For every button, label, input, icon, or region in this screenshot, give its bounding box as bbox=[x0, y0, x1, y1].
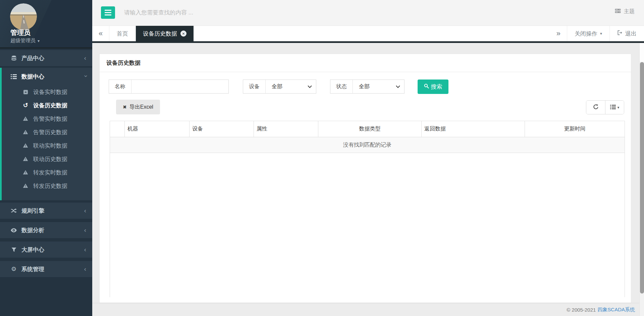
device-select-value: 全部 bbox=[266, 80, 308, 93]
warning-icon bbox=[22, 129, 29, 135]
sidebar-section-data-center: 数据中心 ‹ 设备实时数据 ↺ 设备历史数据 bbox=[0, 68, 92, 200]
theme-button[interactable]: 主题 bbox=[615, 8, 635, 15]
sidebar-item-label: 大屏中心 bbox=[21, 246, 44, 254]
user-name: 管理员 bbox=[10, 28, 31, 37]
sidebar-subitem-device-realtime[interactable]: 设备实时数据 bbox=[2, 85, 92, 99]
caret-down-icon: ▾ bbox=[618, 105, 620, 110]
header-device[interactable]: 设备 bbox=[190, 121, 254, 137]
sidebar-item-label: 产品中心 bbox=[21, 54, 44, 62]
user-panel: 管理员 超级管理员▾ bbox=[0, 0, 92, 49]
sidebar-item-rule-engine[interactable]: 规则引擎 ‹ bbox=[0, 203, 92, 219]
status-select[interactable]: 状态 全部 bbox=[330, 80, 405, 94]
sidebar-subitem-forward-history[interactable]: 转发历史数据 bbox=[2, 179, 92, 193]
columns-button[interactable]: ▾ bbox=[605, 101, 624, 114]
name-input[interactable] bbox=[131, 80, 228, 93]
sidebar-item-label: 数据分析 bbox=[21, 226, 44, 234]
sidebar-item-label: 规则引擎 bbox=[21, 207, 44, 215]
tab-label: 设备历史数据 bbox=[143, 30, 177, 38]
content: 设备历史数据 名称 设备 全部 状态 全部 bbox=[92, 43, 644, 316]
chevron-down-icon: ‹ bbox=[82, 75, 89, 77]
device-label: 设备 bbox=[243, 80, 266, 93]
table-tools-group: ▾ bbox=[586, 100, 624, 114]
filter-icon bbox=[10, 247, 17, 252]
user-role-label: 超级管理员 bbox=[10, 38, 36, 43]
table-body-area bbox=[110, 153, 625, 297]
chevron-left-icon: ‹ bbox=[84, 207, 86, 214]
scrollbar-track bbox=[640, 43, 644, 62]
header-update-time[interactable]: 更新时间 bbox=[525, 121, 625, 137]
times-icon: ✖ bbox=[123, 104, 127, 110]
tabs-scroll-right-button[interactable]: » bbox=[550, 26, 567, 41]
export-excel-button[interactable]: ✖ 导出Excel bbox=[116, 100, 160, 114]
search-button[interactable]: 搜索 bbox=[418, 80, 448, 94]
sidebar-item-product-center[interactable]: 产品中心 ‹ bbox=[0, 50, 92, 66]
list-columns-icon bbox=[610, 105, 616, 110]
tab-home[interactable]: 首页 bbox=[109, 26, 136, 41]
chevron-left-icon: ‹ bbox=[84, 54, 86, 62]
theme-label: 主题 bbox=[624, 8, 635, 15]
avatar[interactable] bbox=[10, 3, 37, 30]
global-search-input[interactable] bbox=[124, 6, 426, 19]
status-select-value: 全部 bbox=[353, 80, 396, 93]
sidebar-subitem-alarm-history[interactable]: 告警历史数据 bbox=[2, 125, 92, 139]
hamburger-button[interactable] bbox=[101, 6, 115, 19]
scrollbar-thumb[interactable] bbox=[640, 62, 644, 294]
header-data-type[interactable]: 数据类型 bbox=[318, 121, 422, 137]
sidebar-item-bigscreen-center[interactable]: 大屏中心 ‹ bbox=[0, 242, 92, 258]
refresh-icon bbox=[593, 104, 599, 111]
shuffle-icon bbox=[10, 208, 17, 213]
tab-device-history[interactable]: 设备历史数据 ✕ bbox=[136, 26, 194, 41]
avatar-road-photo bbox=[10, 3, 37, 30]
tabbar-right: » 关闭操作 ▾ 退出 bbox=[550, 26, 644, 41]
table-header-row: 机器 设备 属性 数据类型 返回数据 更新时间 bbox=[110, 121, 625, 137]
chevron-left-icon: ‹ bbox=[84, 226, 86, 234]
sidebar-item-label: 系统管理 bbox=[21, 265, 44, 273]
search-icon bbox=[424, 84, 429, 90]
footer-brand-link[interactable]: 四象SCADA系统 bbox=[597, 307, 635, 313]
header-attribute[interactable]: 属性 bbox=[254, 121, 318, 137]
page: 主题 « 首页 设备历史数据 ✕ » 关闭操作 ▾ 退出 bbox=[92, 0, 644, 316]
tab-label: 首页 bbox=[117, 30, 128, 38]
server-icon bbox=[615, 8, 621, 15]
empty-row-message: 没有找到匹配的记录 bbox=[110, 137, 625, 153]
user-role-dropdown[interactable]: 超级管理员▾ bbox=[10, 38, 40, 44]
close-operations-button[interactable]: 关闭操作 ▾ bbox=[567, 26, 609, 41]
sidebar-subitem-device-history[interactable]: ↺ 设备历史数据 bbox=[2, 99, 92, 112]
header-return-data[interactable]: 返回数据 bbox=[422, 121, 525, 137]
name-label: 名称 bbox=[109, 80, 131, 93]
sidebar-subitem-linkage-realtime[interactable]: 联动实时数据 bbox=[2, 139, 92, 152]
chevron-left-icon: ‹ bbox=[84, 246, 86, 253]
sidebar-item-data-analysis[interactable]: 数据分析 ‹ bbox=[0, 222, 92, 238]
status-label: 状态 bbox=[330, 80, 353, 93]
warning-icon bbox=[22, 170, 29, 175]
sidebar-subitem-forward-realtime[interactable]: 转发实时数据 bbox=[2, 166, 92, 179]
square-caret-icon bbox=[22, 90, 29, 95]
filter-bar: 名称 设备 全部 状态 全部 bbox=[109, 80, 631, 94]
sidebar-item-data-center[interactable]: 数据中心 ‹ bbox=[2, 68, 92, 85]
tabs-scroll-left-button[interactable]: « bbox=[92, 26, 109, 41]
footer: © 2005-2021 四象SCADA系统 bbox=[92, 303, 639, 316]
warning-icon bbox=[22, 183, 29, 189]
sidebar-subitem-linkage-history[interactable]: 联动历史数据 bbox=[2, 152, 92, 166]
gear-icon: ⚙ bbox=[10, 266, 17, 272]
logout-button[interactable]: 退出 bbox=[609, 26, 644, 41]
warning-icon bbox=[22, 143, 29, 148]
chevron-left-icon: ‹ bbox=[84, 265, 86, 273]
sidebar-subitem-alarm-realtime[interactable]: 告警实时数据 bbox=[2, 112, 92, 125]
list-icon bbox=[10, 74, 17, 79]
refresh-button[interactable] bbox=[586, 101, 605, 114]
sign-out-icon bbox=[617, 30, 623, 37]
device-select[interactable]: 设备 全部 bbox=[243, 80, 316, 94]
header-machine[interactable]: 机器 bbox=[125, 121, 190, 137]
sidebar: 管理员 超级管理员▾ 产品中心 ‹ 数据中心 ‹ bbox=[0, 0, 92, 316]
table-empty-row: 没有找到匹配的记录 bbox=[110, 137, 625, 153]
history-icon: ↺ bbox=[22, 102, 29, 108]
caret-down-icon: ▾ bbox=[600, 31, 602, 36]
name-field-group: 名称 bbox=[109, 80, 229, 94]
sidebar-item-system-management[interactable]: ⚙ 系统管理 ‹ bbox=[0, 261, 92, 277]
close-icon[interactable]: ✕ bbox=[180, 31, 186, 37]
scrollbar[interactable] bbox=[639, 43, 644, 316]
chevron-down-icon bbox=[396, 80, 404, 93]
data-table: 机器 设备 属性 数据类型 返回数据 更新时间 没有找到匹配的记录 bbox=[110, 121, 625, 297]
double-chevron-right-icon: » bbox=[556, 29, 560, 38]
